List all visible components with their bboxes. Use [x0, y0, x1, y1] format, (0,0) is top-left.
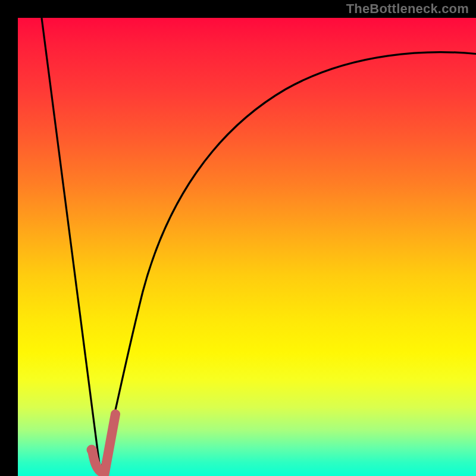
curve-layer: [18, 18, 476, 476]
watermark-text: TheBottleneck.com: [346, 1, 469, 17]
plot-area: [18, 18, 476, 476]
left-branch-curve: [42, 18, 101, 471]
right-branch-curve: [101, 52, 476, 472]
marker-arm: [92, 414, 115, 472]
chart-frame: TheBottleneck.com: [0, 0, 476, 476]
marker-dot: [87, 445, 97, 455]
